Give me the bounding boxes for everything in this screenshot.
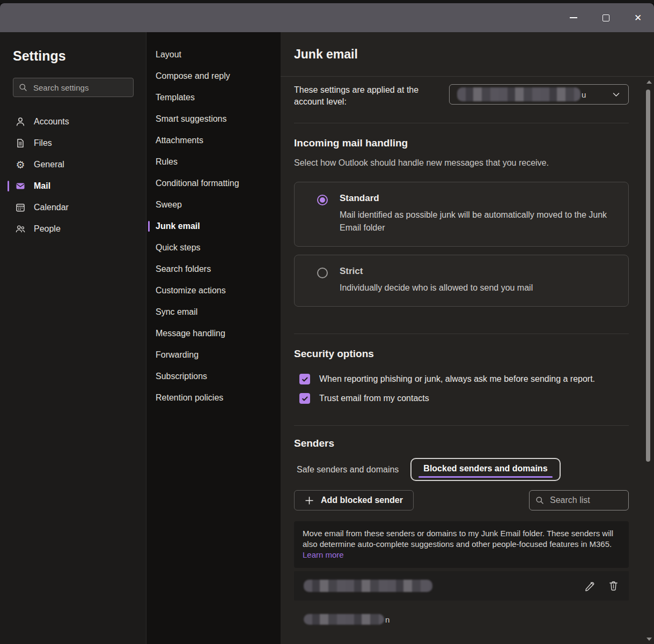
people-icon <box>15 224 26 234</box>
scrollbar[interactable] <box>644 77 653 644</box>
nav-item-attachments[interactable]: Attachments <box>146 130 281 151</box>
standard-option-card[interactable]: Standard Mail identified as possible jun… <box>294 182 629 247</box>
scrollbar-up-arrow-icon[interactable] <box>646 80 652 84</box>
maximize-icon <box>602 14 609 21</box>
chevron-down-icon <box>612 90 621 99</box>
nav-item-sync-email[interactable]: Sync email <box>146 301 281 323</box>
senders-heading: Senders <box>294 438 629 449</box>
incoming-mail-heading: Incoming mail handling <box>294 137 629 149</box>
nav-item-layout[interactable]: Layout <box>146 44 281 65</box>
delete-icon[interactable] <box>608 580 619 591</box>
standard-option-description: Mail identified as possible junk will be… <box>340 209 618 234</box>
checkbox-checked-icon[interactable] <box>299 374 310 384</box>
account-dropdown[interactable]: u <box>449 84 629 105</box>
plus-icon <box>305 496 314 505</box>
standard-option-title: Standard <box>340 193 618 204</box>
option-content: Strict Individually decide who is allowe… <box>340 266 533 294</box>
sidebar-item-label: Files <box>34 138 52 148</box>
strict-option-description: Individually decide who is allowed to se… <box>340 282 533 294</box>
checkbox-row-trust-contacts: Trust email from my contacts <box>294 393 629 404</box>
junk-email-pane: Junk email These settings are applied at… <box>281 32 654 644</box>
nav-item-compose-and-reply[interactable]: Compose and reply <box>146 65 281 87</box>
nav-item-retention-policies[interactable]: Retention policies <box>146 387 281 409</box>
pane-scroll-area: These settings are applied at the accoun… <box>281 77 654 644</box>
nav-item-smart-suggestions[interactable]: Smart suggestions <box>146 108 281 130</box>
search-list-input[interactable] <box>549 495 613 506</box>
settings-dialog: Settings Accounts File <box>0 32 654 644</box>
option-content: Standard Mail identified as possible jun… <box>340 193 618 234</box>
blocked-sender-address-redacted <box>304 580 432 592</box>
incoming-mail-subtitle: Select how Outlook should handle new mes… <box>294 158 629 168</box>
add-blocked-sender-button[interactable]: Add blocked sender <box>294 490 414 510</box>
divider <box>294 425 629 426</box>
radio-unselected-icon[interactable] <box>317 268 328 278</box>
sidebar-item-mail[interactable]: Mail <box>0 175 146 197</box>
sidebar-item-people[interactable]: People <box>0 218 146 240</box>
nav-item-conditional-formatting[interactable]: Conditional formatting <box>146 173 281 194</box>
gear-icon: ⚙ <box>15 159 26 170</box>
minimize-button[interactable] <box>557 3 590 32</box>
close-button[interactable]: ✕ <box>622 3 654 32</box>
row-actions <box>584 580 619 591</box>
account-level-label: These settings are applied at the accoun… <box>294 84 439 108</box>
strict-option-title: Strict <box>340 266 533 277</box>
minimize-icon <box>570 17 577 18</box>
nav-item-forwarding[interactable]: Forwarding <box>146 344 281 366</box>
checkbox-checked-icon[interactable] <box>299 393 310 404</box>
sidebar-item-label: Mail <box>34 181 50 191</box>
pane-header: Junk email <box>281 32 654 77</box>
sidebar-item-label: Calendar <box>34 203 69 212</box>
nav-item-junk-email[interactable]: Junk email <box>146 216 281 237</box>
search-icon <box>19 83 27 92</box>
nav-item-search-folders[interactable]: Search folders <box>146 258 281 280</box>
checkbox-row-report-ask: When reporting phishing or junk, always … <box>294 374 629 384</box>
strict-option-card[interactable]: Strict Individually decide who is allowe… <box>294 255 629 307</box>
checkbox-label: Trust email from my contacts <box>319 394 429 403</box>
settings-dialog-title: Settings <box>13 48 146 64</box>
sidebar-item-general[interactable]: ⚙ General <box>0 154 146 175</box>
scrollbar-thumb[interactable] <box>646 90 650 462</box>
nav-item-customize-actions[interactable]: Customize actions <box>146 280 281 301</box>
security-options-heading: Security options <box>294 348 629 360</box>
sidebar-item-label: General <box>34 160 64 169</box>
calendar-icon <box>15 202 26 213</box>
blocked-sender-address-redacted <box>304 614 384 625</box>
scrollbar-down-arrow-icon[interactable] <box>646 638 652 641</box>
nav-item-subscriptions[interactable]: Subscriptions <box>146 366 281 387</box>
person-icon <box>15 116 26 127</box>
titlebar[interactable]: ✕ <box>0 3 654 32</box>
sidebar-item-label: Accounts <box>34 117 69 127</box>
tab-safe-senders[interactable]: Safe senders and domains <box>294 465 399 475</box>
nav-item-quick-steps[interactable]: Quick steps <box>146 237 281 258</box>
nav-item-sweep[interactable]: Sweep <box>146 194 281 216</box>
file-icon <box>15 138 26 149</box>
blocked-sender-row: n <box>294 611 629 627</box>
sidebar-category-list: Accounts Files ⚙ General Mail <box>0 111 146 240</box>
sidebar-item-calendar[interactable]: Calendar <box>0 197 146 218</box>
settings-sidebar: Settings Accounts File <box>0 32 146 644</box>
sidebar-item-files[interactable]: Files <box>0 132 146 154</box>
search-icon <box>535 496 544 505</box>
outlook-settings-window: ✕ Settings Accounts <box>0 0 654 644</box>
senders-actions: Add blocked sender <box>294 490 629 510</box>
blocked-sender-address-suffix: n <box>385 615 390 624</box>
sidebar-item-accounts[interactable]: Accounts <box>0 111 146 132</box>
nav-item-message-handling[interactable]: Message handling <box>146 323 281 344</box>
maximize-button[interactable] <box>590 3 622 32</box>
blocked-senders-info-text: Move email from these senders or domains… <box>303 529 613 549</box>
settings-search-box[interactable] <box>13 78 134 97</box>
search-list-box[interactable] <box>529 490 629 510</box>
learn-more-link[interactable]: Learn more <box>303 550 344 559</box>
nav-item-rules[interactable]: Rules <box>146 151 281 173</box>
divider <box>294 123 629 123</box>
tab-blocked-senders[interactable]: Blocked senders and domains <box>410 458 560 481</box>
settings-search-input[interactable] <box>32 83 141 93</box>
nav-item-templates[interactable]: Templates <box>146 87 281 108</box>
radio-selected-icon[interactable] <box>317 195 328 205</box>
add-blocked-sender-label: Add blocked sender <box>321 495 403 505</box>
blocked-sender-row <box>294 571 629 601</box>
mail-icon <box>15 181 26 191</box>
edit-icon[interactable] <box>584 580 595 591</box>
account-dropdown-value-suffix: u <box>582 90 586 99</box>
divider <box>294 334 629 334</box>
